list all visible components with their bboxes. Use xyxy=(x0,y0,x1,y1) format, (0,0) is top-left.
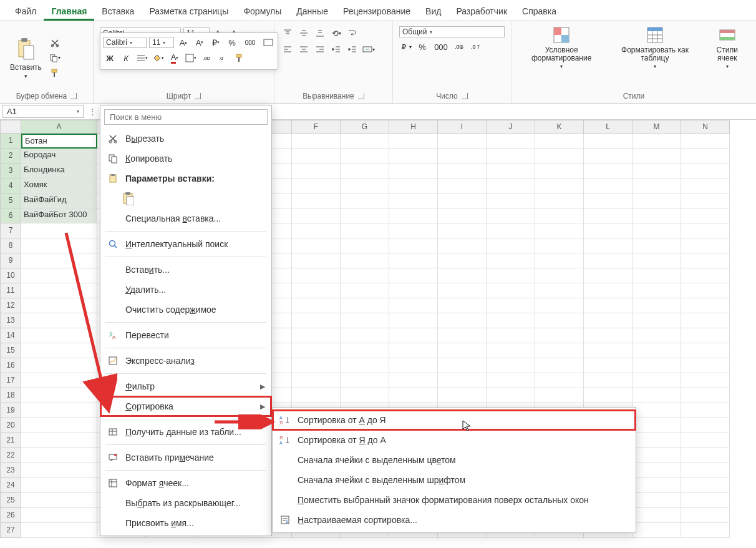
cell[interactable] xyxy=(584,208,632,223)
mini-bold-icon[interactable]: Ж xyxy=(103,51,117,65)
cell[interactable] xyxy=(535,208,584,223)
number-format-combo[interactable]: Общий▾ xyxy=(399,26,505,37)
cell[interactable] xyxy=(584,193,632,208)
cell[interactable] xyxy=(535,134,584,149)
context-menu-item[interactable]: 文AПеревести xyxy=(100,325,271,345)
row-header[interactable]: 1 xyxy=(0,134,21,149)
cell[interactable] xyxy=(632,418,681,433)
cell[interactable] xyxy=(389,343,438,358)
row-header[interactable]: 17 xyxy=(0,373,21,388)
menu-tab-3[interactable]: Разметка страницы xyxy=(142,4,236,21)
cell[interactable] xyxy=(681,223,730,238)
cell[interactable] xyxy=(438,149,487,164)
cell[interactable] xyxy=(21,313,97,328)
cell[interactable] xyxy=(535,313,584,328)
context-menu-item[interactable]: Специальная вставка... xyxy=(100,208,271,228)
row-header[interactable]: 24 xyxy=(0,478,21,493)
cell[interactable] xyxy=(681,343,730,358)
name-box[interactable]: A1▾ xyxy=(2,105,84,118)
cell[interactable] xyxy=(341,313,389,328)
context-menu-item[interactable]: Параметры вставки: xyxy=(100,169,271,188)
cell[interactable] xyxy=(438,283,487,298)
copy-icon[interactable]: ▾ xyxy=(49,52,61,64)
cell[interactable] xyxy=(292,268,341,283)
mini-format-painter-icon[interactable] xyxy=(233,51,246,65)
cell[interactable] xyxy=(681,193,730,208)
menu-tab-9[interactable]: Справка xyxy=(515,4,564,21)
cell[interactable] xyxy=(632,388,681,403)
cell[interactable] xyxy=(389,253,438,268)
cell[interactable] xyxy=(681,433,730,448)
align-bottom-icon[interactable] xyxy=(313,26,327,40)
cell[interactable] xyxy=(389,193,438,208)
cell[interactable] xyxy=(681,298,730,313)
cell[interactable] xyxy=(584,149,632,164)
cell[interactable] xyxy=(21,268,97,283)
context-menu-item[interactable]: Вырезать xyxy=(100,129,271,149)
increase-indent-icon[interactable] xyxy=(346,42,359,56)
context-menu-item[interactable]: Интеллектуальный поиск xyxy=(100,234,271,254)
row-header[interactable]: 9 xyxy=(0,253,21,268)
sort-submenu-item[interactable]: ЯАСортировка от Я до А xyxy=(273,430,636,450)
cell[interactable] xyxy=(535,298,584,313)
cell[interactable] xyxy=(21,388,97,403)
cell[interactable] xyxy=(632,313,681,328)
cell[interactable] xyxy=(292,223,341,238)
row-header[interactable]: 3 xyxy=(0,164,21,179)
sort-submenu-item[interactable]: Сначала ячейки с выделенным цветом xyxy=(273,450,636,470)
mini-merge-icon[interactable] xyxy=(261,36,275,49)
cell[interactable] xyxy=(584,179,632,193)
font-launcher-icon[interactable] xyxy=(195,93,201,99)
cell[interactable] xyxy=(487,283,535,298)
row-header[interactable]: 4 xyxy=(0,179,21,193)
cell[interactable] xyxy=(389,149,438,164)
cell[interactable] xyxy=(632,164,681,179)
align-top-icon[interactable] xyxy=(281,26,294,40)
row-header[interactable]: 10 xyxy=(0,268,21,283)
format-painter-icon[interactable] xyxy=(49,67,61,79)
cell[interactable] xyxy=(487,193,535,208)
cell[interactable] xyxy=(21,223,97,238)
cell[interactable] xyxy=(438,253,487,268)
context-menu-item[interactable]: Присвоить имя... xyxy=(100,513,271,533)
row-header[interactable]: 21 xyxy=(0,433,21,448)
mini-decrease-font-icon[interactable]: A▾ xyxy=(193,36,206,49)
alignment-launcher-icon[interactable] xyxy=(358,93,364,99)
cell[interactable] xyxy=(438,164,487,179)
cell[interactable] xyxy=(487,388,535,403)
cell[interactable] xyxy=(21,478,97,493)
row-header[interactable]: 18 xyxy=(0,388,21,403)
cell[interactable] xyxy=(632,328,681,343)
cell[interactable] xyxy=(487,373,535,388)
mini-font-combo[interactable]: Calibri▾ xyxy=(103,37,147,48)
cell[interactable] xyxy=(632,238,681,253)
cell[interactable] xyxy=(584,388,632,403)
cell[interactable] xyxy=(389,179,438,193)
cell[interactable] xyxy=(341,343,389,358)
formula-bar-expand-icon[interactable]: ⋮ xyxy=(86,107,99,116)
percent-icon[interactable]: % xyxy=(415,40,429,54)
cut-icon[interactable] xyxy=(49,37,61,49)
cell[interactable] xyxy=(681,253,730,268)
increase-decimal-icon[interactable]: .00 xyxy=(453,40,467,54)
cell[interactable] xyxy=(341,223,389,238)
cell[interactable] xyxy=(438,268,487,283)
menu-tab-5[interactable]: Данные xyxy=(289,4,336,21)
cell[interactable] xyxy=(632,448,681,463)
cell[interactable] xyxy=(632,493,681,508)
cell[interactable] xyxy=(584,373,632,388)
cell[interactable] xyxy=(681,448,730,463)
cell[interactable] xyxy=(389,313,438,328)
align-center-icon[interactable] xyxy=(297,42,311,56)
cell[interactable] xyxy=(21,238,97,253)
mini-align-icon[interactable]: ▾ xyxy=(135,51,149,65)
menu-tab-1[interactable]: Главная xyxy=(44,4,94,21)
cell[interactable] xyxy=(535,238,584,253)
cell[interactable] xyxy=(681,508,730,523)
cell[interactable] xyxy=(21,523,97,538)
cell[interactable] xyxy=(584,298,632,313)
align-right-icon[interactable] xyxy=(313,42,327,56)
cell[interactable] xyxy=(681,208,730,223)
format-as-table-button[interactable]: Форматировать как таблицу▾ xyxy=(609,25,700,91)
cell[interactable] xyxy=(438,373,487,388)
